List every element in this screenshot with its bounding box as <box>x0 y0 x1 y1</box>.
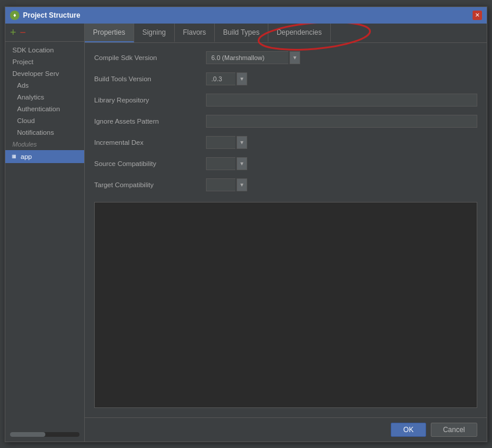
sidebar-item-analytics[interactable]: Analytics <box>5 91 84 103</box>
bottom-bar: OK Cancel <box>85 417 487 442</box>
ok-button[interactable]: OK <box>391 423 425 437</box>
sidebar-item-cloud[interactable]: Cloud <box>5 115 84 127</box>
ignore-assets-label: Ignore Assets Pattern <box>94 118 206 125</box>
form-row-build-tools: Build Tools Version .0.3 ▼ <box>94 71 477 87</box>
target-compat-control: ▼ <box>206 178 247 191</box>
sidebar-toolbar: + − <box>5 24 84 42</box>
main-panel: Properties Signing Flavors Build Types D… <box>85 24 487 442</box>
source-compat-dropdown-arrow[interactable]: ▼ <box>237 157 247 170</box>
sidebar-item-app[interactable]: ▦ app <box>5 150 84 163</box>
compile-sdk-control: 6.0 (Marshmallow) ▼ <box>206 51 300 64</box>
sidebar: + − SDK Location Project Developer Serv … <box>5 24 85 442</box>
window-title: Project Structure <box>23 11 80 19</box>
tab-signing[interactable]: Signing <box>134 24 175 42</box>
tabs-wrapper: Properties Signing Flavors Build Types D… <box>85 24 487 43</box>
build-tools-dropdown-arrow[interactable]: ▼ <box>237 72 247 85</box>
add-module-button[interactable]: + <box>10 27 16 38</box>
incremental-dex-dropdown-arrow[interactable]: ▼ <box>237 136 247 149</box>
library-repo-label: Library Repository <box>94 97 206 104</box>
form-row-incremental-dex: Incremental Dex ▼ <box>94 135 477 150</box>
ignore-assets-input[interactable] <box>206 115 477 128</box>
tab-flavors[interactable]: Flavors <box>175 24 215 42</box>
titlebar: ♦ Project Structure ✕ <box>5 7 487 24</box>
sidebar-item-project[interactable]: Project <box>5 56 84 68</box>
tab-build-types[interactable]: Build Types <box>215 24 268 42</box>
source-compat-label: Source Compatibility <box>94 160 206 167</box>
source-compat-control: ▼ <box>206 157 247 170</box>
sidebar-items: SDK Location Project Developer Serv Ads … <box>5 42 84 429</box>
project-structure-window: ♦ Project Structure ✕ + − SDK Location P… <box>5 6 487 442</box>
compile-sdk-label: Compile Sdk Version <box>94 54 206 61</box>
target-compat-value[interactable] <box>206 178 235 191</box>
window-icon: ♦ <box>10 11 19 20</box>
build-tools-label: Build Tools Version <box>94 75 206 82</box>
compile-sdk-dropdown-arrow[interactable]: ▼ <box>290 51 300 64</box>
library-repo-input[interactable] <box>206 94 477 107</box>
sidebar-item-notifications[interactable]: Notifications <box>5 127 84 138</box>
cancel-button[interactable]: Cancel <box>431 423 477 437</box>
form-row-source-compat: Source Compatibility ▼ <box>94 156 477 171</box>
close-button[interactable]: ✕ <box>473 11 482 20</box>
incremental-dex-control: ▼ <box>206 136 247 149</box>
incremental-dex-label: Incremental Dex <box>94 139 206 146</box>
tab-properties[interactable]: Properties <box>85 24 134 42</box>
sidebar-item-ads[interactable]: Ads <box>5 79 84 91</box>
remove-module-button[interactable]: − <box>20 27 26 38</box>
content-box <box>94 202 477 408</box>
form-row-target-compat: Target Compatibility ▼ <box>94 177 477 193</box>
source-compat-value[interactable] <box>206 157 235 170</box>
target-compat-dropdown-arrow[interactable]: ▼ <box>237 178 247 191</box>
form-area: Compile Sdk Version 6.0 (Marshmallow) ▼ … <box>85 43 487 197</box>
tabs: Properties Signing Flavors Build Types D… <box>85 24 487 43</box>
form-row-ignore-assets: Ignore Assets Pattern <box>94 114 477 129</box>
tab-dependencies[interactable]: Dependencies <box>268 24 331 42</box>
target-compat-label: Target Compatibility <box>94 181 206 188</box>
sidebar-item-sdk-location[interactable]: SDK Location <box>5 44 84 56</box>
sidebar-scrollbar[interactable] <box>10 432 79 437</box>
incremental-dex-value[interactable] <box>206 136 235 149</box>
build-tools-control: .0.3 ▼ <box>206 72 247 85</box>
compile-sdk-value[interactable]: 6.0 (Marshmallow) <box>206 51 288 64</box>
form-row-library-repo: Library Repository <box>94 92 477 108</box>
sidebar-item-developer-services[interactable]: Developer Serv <box>5 68 84 79</box>
build-tools-value[interactable]: .0.3 <box>206 72 235 85</box>
form-row-compile-sdk: Compile Sdk Version 6.0 (Marshmallow) ▼ <box>94 50 477 65</box>
sidebar-section-modules: Modules <box>5 138 84 150</box>
sidebar-item-authentication[interactable]: Authentication <box>5 103 84 115</box>
content-area: + − SDK Location Project Developer Serv … <box>5 24 487 442</box>
module-icon: ▦ <box>10 152 18 161</box>
